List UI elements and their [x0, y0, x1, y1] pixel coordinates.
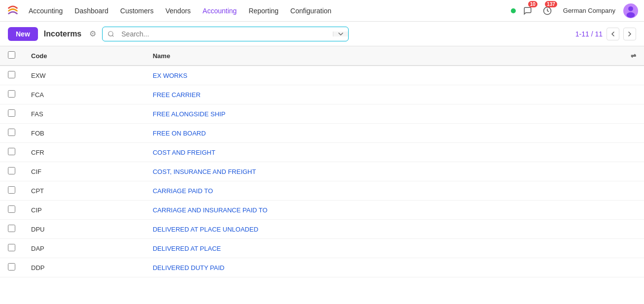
next-page-button[interactable]: [623, 28, 636, 40]
status-indicator: [511, 8, 516, 13]
row-code: DDP: [23, 258, 145, 277]
table-row[interactable]: DPU DELIVERED AT PLACE UNLOADED: [0, 220, 644, 239]
settings-icon[interactable]: ⚙: [89, 29, 96, 38]
table-row[interactable]: DDP DELIVERED DUTY PAID: [0, 258, 644, 277]
table-row[interactable]: FOB FREE ON BOARD: [0, 124, 644, 143]
row-name: COST, INSURANCE AND FREIGHT: [145, 162, 644, 181]
nav-item-dashboard[interactable]: Dashboard: [70, 5, 113, 17]
row-checkbox-cell: [0, 162, 23, 181]
row-checkbox[interactable]: [8, 71, 15, 78]
activity-badge: 137: [545, 1, 557, 7]
incoterms-table: Code Name ⇌ EXW EX WORKS FCA FREE CARRIE…: [0, 46, 644, 277]
row-checkbox-cell: [0, 124, 23, 143]
select-all-checkbox[interactable]: [8, 51, 15, 59]
row-code: CIP: [23, 201, 145, 220]
row-name: DELIVERED DUTY PAID: [145, 258, 644, 277]
table-container: Code Name ⇌ EXW EX WORKS FCA FREE CARRIE…: [0, 46, 644, 277]
search-input[interactable]: [119, 27, 333, 41]
row-code: FCA: [23, 85, 145, 104]
row-checkbox[interactable]: [8, 186, 15, 194]
header-checkbox-col: [0, 46, 23, 66]
row-checkbox[interactable]: [8, 129, 15, 136]
row-name: FREE CARRIER: [145, 85, 644, 104]
page-title: Incoterms: [44, 30, 81, 38]
row-name: FREE ALONGSIDE SHIP: [145, 104, 644, 124]
table-header-row: Code Name ⇌: [0, 46, 644, 66]
company-name[interactable]: German Company: [559, 5, 619, 16]
row-name: CARRIAGE AND INSURANCE PAID TO: [145, 201, 644, 220]
row-checkbox-cell: [0, 220, 23, 239]
row-code: FOB: [23, 124, 145, 143]
chat-button[interactable]: 10: [520, 3, 536, 19]
header-name: Name ⇌: [145, 46, 644, 66]
svg-point-3: [627, 12, 635, 17]
svg-point-2: [628, 6, 633, 11]
row-name: DELIVERED AT PLACE: [145, 239, 644, 258]
table-row[interactable]: DAP DELIVERED AT PLACE: [0, 239, 644, 258]
nav-item-configuration[interactable]: Configuration: [286, 5, 336, 17]
nav-item-accounting[interactable]: Accounting: [198, 5, 242, 17]
row-name: FREE ON BOARD: [145, 124, 644, 143]
nav-item-reporting[interactable]: Reporting: [244, 5, 284, 17]
row-code: CFR: [23, 143, 145, 162]
row-checkbox[interactable]: [8, 225, 15, 232]
pagination: 1-11 / 11: [575, 28, 636, 40]
row-code: FAS: [23, 104, 145, 124]
row-checkbox[interactable]: [8, 263, 15, 270]
row-code: EXW: [23, 66, 145, 85]
row-checkbox-cell: [0, 66, 23, 85]
user-avatar[interactable]: [623, 3, 638, 18]
table-row[interactable]: CPT CARRIAGE PAID TO: [0, 181, 644, 201]
table-row[interactable]: FCA FREE CARRIER: [0, 85, 644, 104]
row-checkbox[interactable]: [8, 148, 15, 155]
row-name: DELIVERED AT PLACE UNLOADED: [145, 220, 644, 239]
pagination-text: 1-11 / 11: [575, 30, 603, 38]
app-logo[interactable]: [6, 4, 20, 18]
row-name: COST AND FREIGHT: [145, 143, 644, 162]
nav-item-customers[interactable]: Customers: [115, 5, 159, 17]
toolbar: New Incoterms ⚙ 1-11 / 11: [0, 22, 644, 46]
row-checkbox[interactable]: [8, 90, 15, 98]
new-button[interactable]: New: [8, 27, 38, 41]
nav-brand[interactable]: Accounting: [24, 5, 68, 17]
row-code: DAP: [23, 239, 145, 258]
search-icon: [103, 31, 119, 37]
row-checkbox[interactable]: [8, 167, 15, 174]
row-checkbox[interactable]: [8, 205, 15, 213]
row-checkbox-cell: [0, 201, 23, 220]
row-code: CPT: [23, 181, 145, 201]
chat-badge: 10: [528, 1, 537, 7]
row-code: DPU: [23, 220, 145, 239]
row-name: CARRIAGE PAID TO: [145, 181, 644, 201]
activity-button[interactable]: 137: [539, 3, 555, 19]
svg-point-4: [108, 31, 113, 35]
table-row[interactable]: FAS FREE ALONGSIDE SHIP: [0, 104, 644, 124]
search-dropdown-button[interactable]: [333, 32, 348, 36]
row-checkbox-cell: [0, 85, 23, 104]
top-nav: Accounting Dashboard Customers Vendors A…: [0, 0, 644, 22]
table-row[interactable]: CIF COST, INSURANCE AND FREIGHT: [0, 162, 644, 181]
nav-icons: 10 137 German Company: [511, 3, 638, 19]
row-checkbox-cell: [0, 258, 23, 277]
header-code: Code: [23, 46, 145, 66]
filter-icon[interactable]: ⇌: [631, 52, 636, 60]
row-checkbox-cell: [0, 143, 23, 162]
row-checkbox-cell: [0, 239, 23, 258]
svg-line-5: [112, 35, 114, 36]
prev-page-button[interactable]: [607, 28, 619, 40]
row-name: EX WORKS: [145, 66, 644, 85]
search-container: [102, 27, 349, 41]
table-row[interactable]: CFR COST AND FREIGHT: [0, 143, 644, 162]
row-checkbox[interactable]: [8, 109, 15, 117]
nav-item-vendors[interactable]: Vendors: [160, 5, 195, 17]
row-checkbox[interactable]: [8, 244, 15, 251]
table-row[interactable]: EXW EX WORKS: [0, 66, 644, 85]
row-code: CIF: [23, 162, 145, 181]
table-row[interactable]: CIP CARRIAGE AND INSURANCE PAID TO: [0, 201, 644, 220]
row-checkbox-cell: [0, 181, 23, 201]
row-checkbox-cell: [0, 104, 23, 124]
